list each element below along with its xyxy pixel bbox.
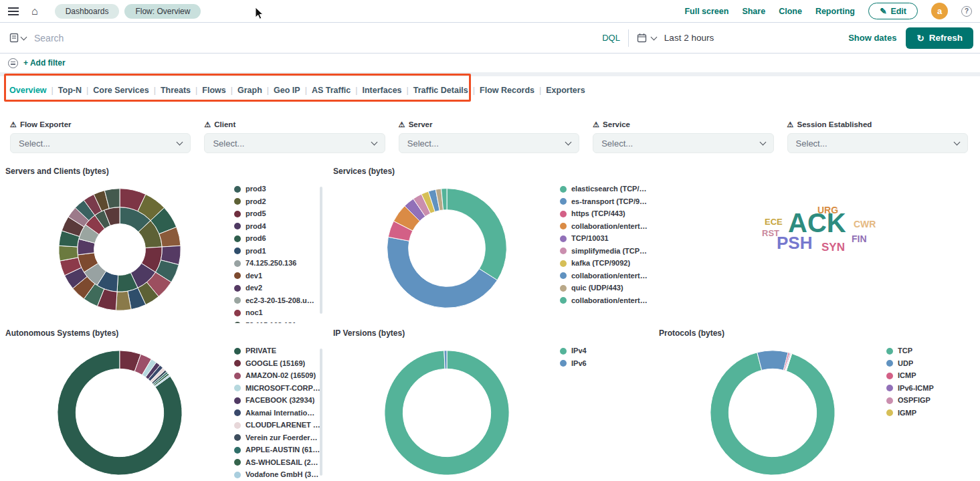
breadcrumb-flow-overview[interactable]: Flow: Overview: [124, 4, 201, 19]
saved-queries-button[interactable]: [7, 33, 29, 43]
legend-item[interactable]: IPv6: [560, 360, 648, 367]
legend-item[interactable]: prod2: [234, 198, 322, 205]
nav-link-geo-ip[interactable]: Geo IP: [274, 86, 300, 95]
query-language-toggle[interactable]: DQL: [599, 33, 623, 43]
nav-link-threats[interactable]: Threats: [161, 86, 191, 95]
legend-color-dot: [234, 223, 241, 229]
nav-link-graph[interactable]: Graph: [237, 86, 262, 95]
help-icon[interactable]: ?: [961, 6, 972, 17]
add-filter-button[interactable]: + Add filter: [23, 58, 66, 68]
legend-item[interactable]: https (TCP/443): [560, 210, 648, 217]
nav-link-interfaces[interactable]: Interfaces: [363, 86, 402, 95]
legend-item[interactable]: simplifymedia (TCP/8…: [560, 248, 648, 255]
nav-separator: |: [305, 86, 307, 95]
legend-item[interactable]: UDP: [886, 360, 975, 367]
control-select-client[interactable]: Select...: [204, 133, 385, 153]
edit-button[interactable]: ✎ Edit: [868, 3, 918, 19]
legend-item[interactable]: prod5: [234, 210, 322, 217]
date-picker-button[interactable]: [634, 33, 659, 43]
tag-cloud-word-cwr[interactable]: CWR: [854, 219, 876, 229]
tag-cloud-word-psh[interactable]: PSH: [777, 234, 812, 252]
filter-icon[interactable]: [8, 58, 18, 68]
donut-segment[interactable]: [384, 351, 508, 475]
control-select-flow-exporter[interactable]: Select...: [10, 133, 191, 153]
legend-item[interactable]: prod3: [234, 185, 322, 193]
legend-item[interactable]: TCP: [886, 347, 975, 355]
donut-segment[interactable]: [444, 351, 446, 369]
donut-segment[interactable]: [387, 237, 497, 308]
home-icon[interactable]: ⌂: [27, 4, 43, 19]
nav-link-overview[interactable]: Overview: [9, 86, 47, 95]
legend-item[interactable]: 52.115.163.181: [234, 322, 322, 324]
breadcrumb-dashboards[interactable]: Dashboards: [55, 4, 120, 19]
nav-link-traffic-details[interactable]: Traffic Details: [413, 86, 468, 95]
nav-link-flow-records[interactable]: Flow Records: [480, 86, 534, 95]
legend-item[interactable]: dev2: [234, 284, 322, 292]
time-range-value[interactable]: Last 2 hours: [664, 33, 714, 43]
legend-item[interactable]: CLOUDFLARENET (…: [234, 421, 322, 429]
legend-item[interactable]: es-transport (TCP/9300): [560, 198, 648, 205]
legend-item[interactable]: quic (UDP/443): [560, 284, 648, 292]
tag-cloud-word-ece[interactable]: ECE: [765, 217, 783, 226]
legend-item[interactable]: AMAZON-02 (16509): [234, 372, 322, 379]
tag-cloud-word-syn[interactable]: SYN: [821, 242, 845, 253]
clone-link[interactable]: Clone: [779, 7, 802, 16]
reporting-link[interactable]: Reporting: [815, 7, 855, 16]
legend-item[interactable]: OSPFIGP: [886, 397, 975, 404]
legend-item[interactable]: collaboration/enterta…: [560, 272, 648, 280]
chevron-down-icon: [177, 139, 183, 146]
donut-segment[interactable]: [757, 351, 788, 371]
chart-svg: [381, 347, 512, 478]
control-select-service[interactable]: Select...: [593, 133, 773, 153]
legend-item[interactable]: collaboration/enterta…: [560, 223, 648, 230]
show-dates-link[interactable]: Show dates: [848, 33, 896, 43]
menu-hamburger-icon[interactable]: [8, 7, 19, 15]
legend-item[interactable]: collaboration/enterta…: [560, 297, 648, 304]
legend-item[interactable]: Verein zur Foerder…: [234, 434, 322, 442]
nav-link-top-n[interactable]: Top-N: [58, 86, 82, 95]
full-screen-link[interactable]: Full screen: [684, 7, 728, 16]
search-input[interactable]: [34, 33, 594, 43]
legend-label: noc1: [246, 309, 263, 316]
legend-item[interactable]: ec2-3-20-15-208.u…: [234, 297, 322, 304]
nav-link-as-traffic[interactable]: AS Traffic: [312, 86, 351, 95]
legend-item[interactable]: IPv6-ICMP: [886, 385, 975, 392]
refresh-button[interactable]: ↻ Refresh: [906, 27, 973, 49]
legend-item[interactable]: 74.125.250.136: [234, 260, 322, 267]
legend-item[interactable]: prod6: [234, 235, 322, 242]
legend-item[interactable]: APPLE-AUSTIN (61…: [234, 446, 322, 454]
nav-link-core-services[interactable]: Core Services: [93, 86, 149, 95]
legend-item[interactable]: Vodafone GmbH (3…: [234, 471, 322, 478]
legend-scrollbar[interactable]: [320, 187, 322, 314]
control-select-server[interactable]: Select...: [399, 133, 579, 153]
legend-item[interactable]: dev1: [234, 272, 322, 280]
legend-item[interactable]: GOOGLE (15169): [234, 360, 322, 367]
legend-item[interactable]: TCP/10031: [560, 235, 648, 242]
legend-color-dot: [234, 285, 241, 292]
legend-item[interactable]: noc1: [234, 309, 322, 316]
legend-item[interactable]: IGMP: [886, 409, 975, 417]
legend-item[interactable]: IPv4: [560, 347, 648, 355]
control-select-session-established[interactable]: Select...: [787, 133, 968, 153]
legend-item[interactable]: MICROSOFT-CORP-…: [234, 385, 322, 392]
share-link[interactable]: Share: [742, 7, 765, 16]
legend-item[interactable]: prod1: [234, 248, 322, 255]
legend-item[interactable]: elasticsearch (TCP/92…: [560, 185, 648, 193]
nav-link-flows[interactable]: Flows: [202, 86, 225, 95]
tag-cloud-word-ack[interactable]: ACK: [788, 209, 846, 236]
tag-cloud-word-fin[interactable]: FIN: [852, 234, 867, 244]
donut-segment[interactable]: [447, 189, 506, 280]
legend-item[interactable]: Akamai Internatio…: [234, 409, 322, 417]
legend-scrollbar[interactable]: [320, 349, 322, 476]
avatar[interactable]: a: [931, 3, 948, 19]
donut-segment[interactable]: [710, 353, 835, 475]
legend-item[interactable]: ICMP: [886, 372, 975, 379]
legend-item[interactable]: PRIVATE: [234, 347, 322, 355]
nav-link-exporters[interactable]: Exporters: [546, 86, 585, 95]
legend-item[interactable]: prod4: [234, 223, 322, 230]
legend-item[interactable]: FACEBOOK (32934): [234, 397, 322, 404]
legend-label: AMAZON-02 (16509): [246, 372, 316, 379]
legend-color-dot: [560, 223, 567, 229]
legend-item[interactable]: AS-WHOLESAIL (2…: [234, 459, 322, 466]
legend-item[interactable]: kafka (TCP/9092): [560, 260, 648, 267]
